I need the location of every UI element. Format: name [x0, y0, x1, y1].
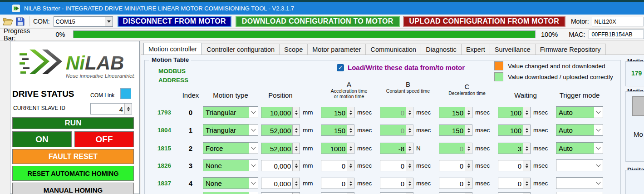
reset-automatic-homing-button[interactable]: RESET AUTOMATIC HOMING — [12, 166, 134, 181]
spinner-buttons[interactable] — [124, 104, 132, 114]
spinner-buttons[interactable] — [347, 107, 354, 118]
tab-controller-configuration[interactable]: Controller configuration — [202, 44, 280, 55]
constant-speed-time-stepper[interactable] — [380, 192, 413, 194]
spinner-buttons[interactable] — [292, 160, 300, 171]
spinner-buttons[interactable] — [347, 160, 354, 171]
col-header-a: A Acceleration timeor motion time — [321, 80, 377, 103]
manual-homing-button[interactable]: MANUAL HOMING — [12, 183, 134, 194]
spinner-buttons[interactable] — [292, 107, 300, 118]
tab-motion-controller[interactable]: Motion controller — [143, 43, 202, 55]
deceleration-time-stepper[interactable]: 150 — [439, 124, 472, 136]
deceleration-time-stepper[interactable]: 150 — [439, 107, 472, 118]
position-stepper[interactable]: 52,000 — [261, 124, 300, 136]
acceleration-time-stepper[interactable]: 150 — [321, 124, 354, 136]
trigger-mode-select[interactable] — [556, 159, 603, 171]
acceleration-time-stepper[interactable] — [321, 192, 354, 194]
spinner-buttons[interactable] — [523, 107, 530, 118]
trigger-mode-select[interactable] — [556, 192, 603, 194]
spinner-buttons[interactable] — [347, 125, 354, 135]
current-slave-id-stepper[interactable]: 4 — [90, 103, 132, 114]
spinner-buttons[interactable] — [406, 107, 413, 118]
deceleration-time-stepper[interactable] — [439, 192, 472, 194]
position-stepper[interactable] — [261, 192, 300, 194]
deceleration-time-stepper[interactable]: 0 — [439, 143, 472, 154]
motion-type-select[interactable] — [203, 192, 258, 194]
drive-status-heading: DRIVE STATUS — [12, 89, 74, 99]
constant-speed-time-stepper[interactable]: -8 — [380, 143, 413, 154]
load-write-checkbox[interactable]: ✓ — [337, 64, 344, 71]
run-button[interactable]: RUN — [12, 117, 134, 129]
waiting-stepper[interactable]: 0 — [498, 178, 531, 189]
constant-speed-time-stepper[interactable]: 0 — [380, 178, 413, 189]
tab-expert[interactable]: Expert — [462, 44, 490, 55]
mac-field[interactable]: 00FFB1B154AB — [589, 30, 644, 39]
spinner-buttons[interactable] — [406, 178, 413, 189]
spinner-buttons[interactable] — [465, 143, 472, 154]
spinner-buttons[interactable] — [523, 143, 530, 154]
trigger-mode-select[interactable]: Auto — [556, 106, 603, 118]
tab-motor-parameter[interactable]: Motor parameter — [308, 44, 366, 55]
trigger-mode-select[interactable]: Auto — [556, 142, 603, 154]
tab-surveillance[interactable]: Surveillance — [490, 44, 536, 55]
spinner-buttons[interactable] — [523, 160, 530, 171]
position-stepper[interactable]: 52,000 — [261, 143, 300, 154]
spinner-buttons[interactable] — [465, 125, 472, 135]
chevron-down-icon[interactable] — [105, 17, 113, 26]
position-stepper[interactable]: 0,000 — [261, 160, 300, 171]
spinner-buttons[interactable] — [465, 160, 472, 171]
constant-speed-time-stepper[interactable]: 0 — [380, 107, 413, 118]
spinner-buttons[interactable] — [406, 160, 413, 171]
upload-configuration-button[interactable]: UPLOAD CONFIGURATION FROM MOTOR — [403, 16, 565, 27]
waiting-unit: msec — [533, 142, 553, 154]
acceleration-time-stepper[interactable]: 0 — [321, 160, 354, 171]
acceleration-time-stepper[interactable]: 150 — [321, 107, 354, 118]
open-file-icon[interactable] — [3, 17, 13, 26]
motor-field[interactable]: NLi120X — [592, 17, 644, 26]
on-button[interactable]: ON — [12, 131, 72, 147]
waiting-stepper[interactable]: 0 — [498, 160, 531, 171]
spinner-buttons[interactable] — [406, 125, 413, 135]
spinner-buttons[interactable] — [523, 125, 530, 135]
position-stepper[interactable]: 0,000 — [261, 178, 300, 189]
waiting-stepper[interactable]: 3 — [498, 143, 531, 154]
motion-type-select[interactable]: None — [203, 177, 258, 189]
waiting-stepper[interactable] — [498, 192, 531, 194]
spinner-buttons[interactable] — [465, 178, 472, 189]
save-icon[interactable] — [16, 17, 25, 26]
waiting-stepper[interactable]: 100 — [498, 124, 531, 136]
motion-type-select[interactable]: Triangular — [203, 106, 258, 118]
waiting-stepper[interactable]: 100 — [498, 107, 531, 118]
spinner-buttons[interactable] — [292, 178, 300, 189]
off-button[interactable]: OFF — [74, 131, 134, 147]
fault-reset-button[interactable]: FAULT RESET — [12, 149, 134, 164]
position-stepper[interactable]: 10,000 — [261, 107, 300, 118]
spinner-buttons[interactable] — [347, 178, 354, 189]
deceleration-time-stepper[interactable]: 0 — [439, 178, 472, 189]
acceleration-time-stepper[interactable]: 0 — [321, 178, 354, 189]
spinner-buttons[interactable] — [292, 125, 300, 135]
tab-diagnostic[interactable]: Diagnostic — [421, 44, 462, 55]
tab-communication[interactable]: Communication — [366, 44, 421, 55]
disconnect-from-motor-button[interactable]: DISCONNECT FROM MOTOR — [118, 16, 231, 27]
constant-speed-time-stepper[interactable]: 0 — [380, 160, 413, 171]
spinner-buttons[interactable] — [292, 143, 300, 154]
deceleration-time-stepper[interactable]: 0 — [439, 160, 472, 171]
tab-scope[interactable]: Scope — [280, 44, 308, 55]
motion-type-select[interactable]: None — [203, 159, 258, 171]
spinner-buttons[interactable] — [406, 143, 413, 154]
com-port-select[interactable]: COM15 — [54, 16, 113, 27]
chevron-down-icon — [594, 107, 603, 118]
spinner-buttons[interactable] — [465, 107, 472, 118]
side-panel-2-button[interactable] — [632, 96, 644, 116]
motion-type-select[interactable]: Triangular — [203, 124, 258, 136]
tab-firmware-repository[interactable]: Firmware Repository — [536, 44, 606, 55]
chevron-down-icon — [249, 178, 258, 189]
acceleration-time-stepper[interactable]: 1000 — [321, 143, 354, 154]
trigger-mode-select[interactable] — [556, 177, 603, 189]
download-configuration-button[interactable]: DOWNLOAD CONFIGURATION TO MOTOR — [236, 16, 400, 27]
spinner-buttons[interactable] — [347, 143, 354, 154]
motion-type-select[interactable]: Force — [203, 142, 258, 154]
spinner-buttons[interactable] — [523, 178, 530, 189]
constant-speed-time-stepper[interactable]: 0 — [380, 124, 413, 136]
trigger-mode-select[interactable]: Auto — [556, 124, 603, 136]
